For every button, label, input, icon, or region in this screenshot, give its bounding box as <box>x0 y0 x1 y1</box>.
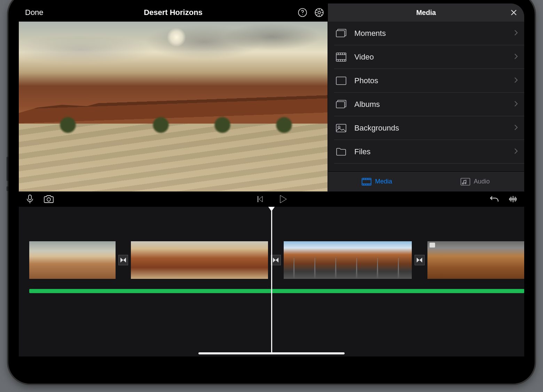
playhead-line[interactable] <box>271 207 272 352</box>
clip-marker-icon <box>430 243 435 248</box>
camera-icon[interactable] <box>43 194 54 205</box>
media-row-label: Files <box>354 147 514 156</box>
ipad-frame: Done Desert Horizons <box>8 0 535 384</box>
close-icon[interactable] <box>508 7 519 18</box>
media-row-video[interactable]: Video <box>334 45 524 69</box>
undo-icon[interactable] <box>489 194 500 205</box>
done-button[interactable]: Done <box>19 8 50 17</box>
transition-icon[interactable] <box>271 255 281 265</box>
media-row-files[interactable]: Files <box>334 140 524 164</box>
project-title: Desert Horizons <box>19 8 328 17</box>
chevron-right-icon <box>514 100 518 109</box>
microphone-icon[interactable] <box>24 194 36 205</box>
svg-rect-8 <box>336 124 346 132</box>
tab-media-label: Media <box>375 178 392 185</box>
chevron-right-icon <box>514 76 518 85</box>
media-row-label: Video <box>354 53 514 62</box>
play-icon[interactable] <box>277 194 289 205</box>
svg-rect-7 <box>336 102 345 108</box>
preview-sun <box>167 28 186 47</box>
svg-point-9 <box>338 126 340 128</box>
media-category-list: Moments Video Photos <box>328 22 524 171</box>
svg-point-13 <box>47 198 50 201</box>
home-indicator[interactable] <box>198 352 345 354</box>
help-icon[interactable] <box>297 7 308 18</box>
audio-track[interactable] <box>29 289 524 293</box>
media-tab-bar: Media Audio <box>328 171 524 191</box>
chevron-right-icon <box>514 147 518 156</box>
svg-point-1 <box>302 14 303 15</box>
media-row-label: Photos <box>354 76 514 85</box>
svg-rect-10 <box>362 178 371 185</box>
chevron-right-icon <box>514 29 518 38</box>
preview-viewer[interactable] <box>19 22 328 191</box>
svg-point-3 <box>318 11 320 14</box>
timeline-clip[interactable] <box>284 241 412 279</box>
skip-back-icon[interactable] <box>254 194 266 205</box>
project-header: Done Desert Horizons <box>19 3 328 22</box>
tab-audio[interactable]: Audio <box>426 172 524 191</box>
media-row-photos[interactable]: Photos <box>334 69 524 93</box>
media-row-label: Albums <box>354 100 514 109</box>
tab-audio-label: Audio <box>474 178 490 185</box>
media-row-label: Backgrounds <box>354 124 514 133</box>
video-track[interactable] <box>19 241 524 279</box>
chevron-right-icon <box>514 124 518 133</box>
folder-icon <box>334 148 348 156</box>
timeline-clip[interactable] <box>427 241 524 279</box>
media-browser-panel: Media Moments <box>328 3 524 191</box>
media-row-backgrounds[interactable]: Backgrounds <box>334 116 524 140</box>
svg-rect-6 <box>336 77 346 85</box>
svg-rect-12 <box>29 195 31 200</box>
settings-gear-icon[interactable] <box>314 7 325 18</box>
chevron-right-icon <box>514 53 518 62</box>
playhead-indicator <box>268 207 275 211</box>
media-row-albums[interactable]: Albums <box>334 93 524 116</box>
volume-button[interactable] <box>7 157 8 181</box>
svg-rect-4 <box>336 31 345 37</box>
tab-media[interactable]: Media <box>328 172 426 191</box>
filmstrip-icon <box>334 53 348 62</box>
media-panel-header: Media <box>328 3 524 22</box>
preview-foreground <box>19 124 328 191</box>
timeline[interactable] <box>19 207 524 356</box>
transition-icon[interactable] <box>415 255 425 265</box>
media-panel-title: Media <box>416 9 436 17</box>
transition-icon[interactable] <box>118 255 128 265</box>
waveform-icon[interactable] <box>507 194 519 205</box>
power-button[interactable] <box>7 186 8 191</box>
media-row-label: Moments <box>354 29 514 38</box>
media-row-moments[interactable]: Moments <box>334 22 524 45</box>
timeline-clip[interactable] <box>29 241 116 279</box>
moments-icon <box>334 29 348 38</box>
timeline-clip[interactable] <box>131 241 268 279</box>
albums-icon <box>334 100 348 109</box>
transport-bar <box>19 191 524 207</box>
image-icon <box>334 124 348 132</box>
app-screen: Done Desert Horizons <box>19 3 524 373</box>
photo-icon <box>334 77 348 85</box>
